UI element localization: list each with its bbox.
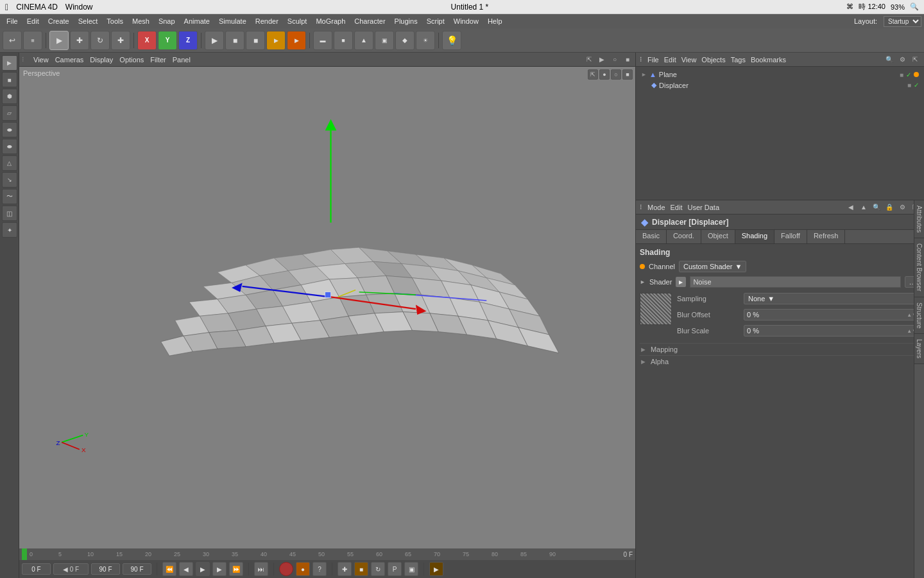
tab-layers[interactable]: Layers <box>914 334 924 364</box>
layout-dropdown[interactable]: Startup <box>884 16 921 27</box>
pos-track-btn[interactable]: P <box>388 562 402 576</box>
display-mode1[interactable]: ▬ <box>313 31 332 50</box>
mapping-section[interactable]: ► Mapping <box>640 343 920 355</box>
record-btn[interactable] <box>279 562 293 576</box>
menu-tools[interactable]: Tools <box>103 16 127 26</box>
render-view-btn[interactable]: ◼ <box>225 31 244 50</box>
tab-shading[interactable]: Shading <box>735 230 774 243</box>
sidebar-camera-icon[interactable]: ↘ <box>2 172 17 188</box>
tab-falloff[interactable]: Falloff <box>774 230 807 243</box>
go-start-btn[interactable]: ⏪ <box>162 562 176 576</box>
menu-animate[interactable]: Animate <box>180 16 214 26</box>
vp-ctrl-maximize[interactable]: ⇱ <box>588 69 598 80</box>
vp-menu-options[interactable]: Options <box>119 56 144 64</box>
sidebar-prim-icon[interactable]: △ <box>2 155 17 171</box>
vp-icon3[interactable]: ○ <box>610 55 620 65</box>
menu-create[interactable]: Create <box>44 16 73 26</box>
rotate-keyframe-btn[interactable]: ↻ <box>371 562 385 576</box>
tab-content-browser[interactable]: Content Browser <box>914 238 924 297</box>
attr-up-arrow[interactable]: ▲ <box>859 202 869 213</box>
attr-settings-icon[interactable]: ⚙ <box>897 202 907 213</box>
obj-settings-icon[interactable]: ⚙ <box>897 55 907 65</box>
menu-simulate[interactable]: Simulate <box>215 16 250 26</box>
menu-file[interactable]: File <box>3 16 22 26</box>
display-mode2[interactable]: ■ <box>334 31 353 50</box>
menu-snap[interactable]: Snap <box>155 16 179 26</box>
object-item-plane[interactable]: ► ▲ Plane ■ ✓ <box>638 69 921 80</box>
render-anim-btn[interactable]: ▶ <box>266 31 286 50</box>
menu-script[interactable]: Script <box>423 16 449 26</box>
obj-tab-tags[interactable]: Tags <box>731 56 746 64</box>
light-btn[interactable]: 💡 <box>442 31 461 50</box>
menu-character[interactable]: Character <box>350 16 389 26</box>
end-frame2[interactable]: 90 F <box>123 563 151 575</box>
vp-menu-view[interactable]: View <box>33 56 49 64</box>
attr-tab-mode[interactable]: Mode <box>647 204 665 211</box>
obj-expand-icon[interactable]: ⇱ <box>910 55 920 65</box>
playback-field2[interactable]: ◀ 0 F <box>53 563 89 575</box>
go-end2-btn[interactable]: ⏭ <box>254 562 268 576</box>
obj-tab-view[interactable]: View <box>681 56 697 64</box>
menu-select[interactable]: Select <box>74 16 102 26</box>
tab-coord[interactable]: Coord. <box>667 230 701 243</box>
x-axis-btn[interactable]: X <box>137 31 157 50</box>
plane-check2-icon[interactable]: ✓ <box>906 71 911 78</box>
menu-plugins[interactable]: Plugins <box>391 16 422 26</box>
move-keyframe-btn[interactable]: ✚ <box>338 562 352 576</box>
viewport-3d[interactable]: Perspective <box>19 67 635 548</box>
vp-menu-cameras[interactable]: Cameras <box>55 56 84 64</box>
menu-help[interactable]: Help <box>484 16 506 26</box>
attr-search-icon[interactable]: 🔍 <box>871 202 882 213</box>
tab-basic[interactable]: Basic <box>636 230 667 243</box>
motion-clip-btn[interactable]: ▶ <box>429 562 443 576</box>
go-end-btn[interactable]: ⏩ <box>229 562 243 576</box>
attr-tab-userdata[interactable]: User Data <box>688 204 720 211</box>
vp-menu-panel[interactable]: Panel <box>173 56 191 64</box>
tab-structure[interactable]: Structure <box>914 297 924 335</box>
vp-icon1[interactable]: ⇱ <box>584 55 594 65</box>
sidebar-nurbs-icon[interactable]: ▱ <box>2 105 17 121</box>
search-icon[interactable]: 🔍 <box>910 3 919 11</box>
keyframe-btn[interactable]: ? <box>312 562 327 576</box>
shader-play-btn[interactable]: ▶ <box>676 277 686 287</box>
obj-tab-objects[interactable]: Objects <box>701 56 725 64</box>
sidebar-deform-icon[interactable]: ⬢ <box>2 89 17 104</box>
blur-offset-field[interactable]: 0 % ▲▼ <box>744 309 920 320</box>
vp-menu-filter[interactable]: Filter <box>150 56 166 64</box>
sidebar-deform2-icon[interactable]: 〜 <box>2 189 17 204</box>
play-btn[interactable]: ▶ <box>196 562 210 576</box>
select-tool[interactable]: ▶ <box>49 31 69 50</box>
render-region-btn[interactable]: ▶ <box>205 31 224 50</box>
sidebar-spline-icon[interactable]: ⬬ <box>2 139 17 154</box>
vp-ctrl-options[interactable]: ● <box>599 69 610 80</box>
sidebar-obj-icon[interactable]: ■ <box>2 72 17 87</box>
y-axis-btn[interactable]: Y <box>158 31 177 50</box>
vp-icon4[interactable]: ■ <box>622 55 633 65</box>
scale-keyframe-btn[interactable]: ■ <box>354 562 368 576</box>
vp-ctrl-cam[interactable]: ○ <box>611 69 621 80</box>
blur-scale-field[interactable]: 0 % ▲▼ <box>744 325 920 337</box>
plane-check-icon[interactable]: ■ <box>900 71 903 78</box>
start-frame[interactable]: 0 F <box>22 563 51 575</box>
attr-lock-icon[interactable]: 🔒 <box>884 202 894 213</box>
rotate-tool[interactable]: ↻ <box>90 31 110 50</box>
obj-tab-bookmarks[interactable]: Bookmarks <box>751 56 786 64</box>
sidebar-grid-icon[interactable]: ◫ <box>2 206 17 221</box>
render-anim2-btn[interactable]: ▶ <box>287 31 306 50</box>
undo-btn[interactable]: ↩ <box>3 31 22 50</box>
obj-tab-edit[interactable]: Edit <box>664 56 676 64</box>
vp-icon2[interactable]: ▶ <box>597 55 607 65</box>
soft-sel-btn[interactable]: ☀ <box>416 31 435 50</box>
displacer-check-icon[interactable]: ■ <box>907 82 911 89</box>
vp-ctrl-render[interactable]: ■ <box>622 69 633 80</box>
scale-tool[interactable]: ✚ <box>111 31 130 50</box>
tab-refresh[interactable]: Refresh <box>807 230 846 243</box>
object-item-displacer[interactable]: ◆ Displacer ■ ✓ <box>638 80 921 91</box>
menu-sculpt[interactable]: Sculpt <box>284 16 311 26</box>
attr-tab-edit[interactable]: Edit <box>671 204 683 211</box>
auto-keyframe-btn[interactable]: ● <box>296 562 310 576</box>
magnet-btn[interactable]: ◆ <box>395 31 415 50</box>
menu-mograph[interactable]: MoGraph <box>312 16 349 26</box>
move-tool[interactable]: ✚ <box>70 31 89 50</box>
redo-btn[interactable]: ■ <box>23 31 42 50</box>
